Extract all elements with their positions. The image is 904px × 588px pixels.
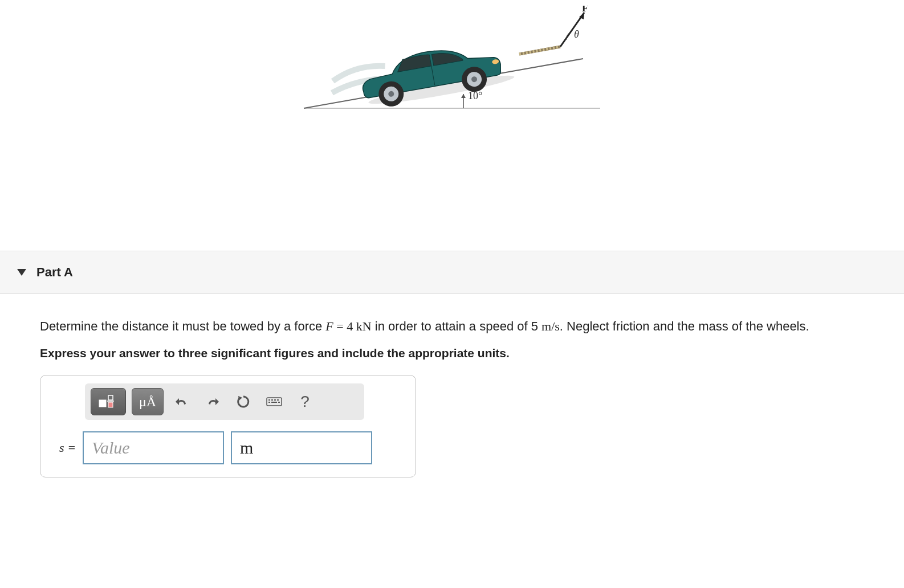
svg-rect-26 bbox=[277, 399, 279, 401]
part-title: Part A bbox=[36, 265, 73, 280]
answer-toolbar: μÅ bbox=[85, 383, 364, 420]
undo-button[interactable] bbox=[169, 388, 194, 415]
svg-rect-18 bbox=[108, 395, 113, 400]
q-force-var: F bbox=[325, 319, 333, 333]
answer-box: μÅ bbox=[40, 375, 416, 477]
reset-icon bbox=[236, 394, 251, 409]
reset-button[interactable] bbox=[231, 388, 256, 415]
unit-input[interactable]: m bbox=[231, 431, 372, 464]
collapse-toggle-icon[interactable] bbox=[17, 269, 26, 276]
svg-rect-25 bbox=[274, 399, 276, 401]
svg-marker-3 bbox=[461, 94, 466, 98]
svg-rect-19 bbox=[108, 402, 113, 407]
svg-rect-23 bbox=[268, 399, 270, 401]
unit-text: m bbox=[240, 438, 253, 458]
svg-rect-27 bbox=[268, 402, 270, 403]
special-chars-button[interactable]: μÅ bbox=[132, 388, 164, 415]
question-text: Determine the distance it must be towed … bbox=[40, 317, 864, 336]
svg-rect-17 bbox=[99, 400, 106, 407]
value-input[interactable] bbox=[83, 431, 224, 464]
svg-rect-29 bbox=[278, 402, 280, 403]
q-mid: in order to attain a speed of 5 bbox=[372, 319, 541, 333]
q-suffix: . Neglect friction and the mass of the w… bbox=[560, 319, 809, 333]
help-label: ? bbox=[300, 393, 310, 411]
theta-label: θ bbox=[574, 28, 579, 40]
q-force-unit: kN bbox=[356, 319, 372, 333]
templates-button[interactable] bbox=[91, 388, 126, 415]
q-speed-unit: m/s bbox=[541, 319, 560, 333]
keyboard-button[interactable] bbox=[262, 388, 287, 415]
redo-button[interactable] bbox=[200, 388, 225, 415]
q-prefix: Determine the distance it must be towed … bbox=[40, 319, 325, 333]
svg-rect-28 bbox=[271, 402, 277, 403]
content-area: Determine the distance it must be towed … bbox=[0, 294, 904, 495]
svg-marker-21 bbox=[238, 396, 242, 401]
q-force-eq: = 4 bbox=[333, 319, 356, 333]
special-chars-label: μÅ bbox=[139, 394, 156, 410]
force-label: F bbox=[582, 6, 588, 14]
redo-icon bbox=[205, 395, 220, 409]
fraction-template-icon bbox=[97, 393, 120, 410]
help-button[interactable]: ? bbox=[292, 388, 317, 415]
problem-figure: 10° bbox=[292, 6, 612, 120]
svg-rect-24 bbox=[271, 399, 273, 401]
input-row: s = m bbox=[51, 431, 405, 464]
part-header: Part A bbox=[0, 251, 904, 294]
figure-area: 10° bbox=[0, 0, 904, 251]
undo-icon bbox=[174, 395, 189, 409]
keyboard-icon bbox=[266, 395, 283, 408]
variable-label: s = bbox=[51, 440, 76, 455]
instruction-text: Express your answer to three significant… bbox=[40, 346, 864, 360]
